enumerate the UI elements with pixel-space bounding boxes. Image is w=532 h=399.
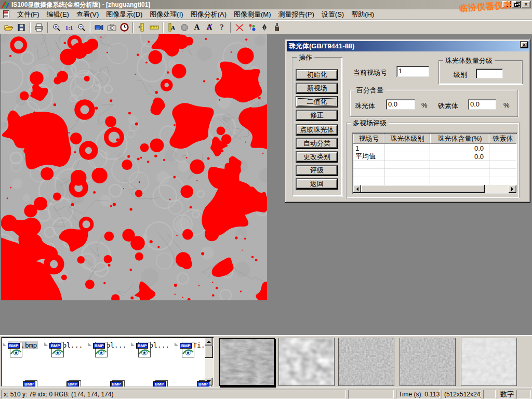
menu-image-process[interactable]: 图像处理(I) [146,9,187,20]
dialog-close-button[interactable]: × [520,41,528,48]
mode-panel: 数字 [498,390,514,398]
mark-points-button[interactable] [246,21,258,34]
table-row[interactable]: 平均值 0.0 [353,152,516,161]
scroll-right-button[interactable] [509,185,516,193]
actual-size-button[interactable]: 1:1 [63,21,75,34]
correct-button[interactable]: 修正 [296,110,338,121]
document-system-icon[interactable] [2,10,10,19]
thumbnail-4[interactable] [400,338,456,386]
multi-field-group-label: 多视场评级 [351,118,389,128]
change-class-button[interactable]: 更改类别 [296,151,338,163]
close-icon: × [523,42,526,48]
caliper-button[interactable] [136,21,148,34]
curve-tool-button[interactable] [233,21,246,34]
save-icon [17,23,25,32]
toolbar-separator [163,22,164,33]
status-panel-empty [483,390,496,398]
table-row-empty [353,169,516,177]
thumbnail-2[interactable] [278,338,335,386]
menu-image-measure[interactable]: 图像测量(M) [230,9,275,20]
toolbar-separator [47,22,48,33]
menu-edit[interactable]: 编辑(E) [43,9,73,20]
menu-settings[interactable]: 设置(S) [318,9,348,20]
brush-tool-button[interactable] [271,21,283,34]
menu-report[interactable]: 测量报告(P) [274,9,317,20]
edit-annotation-button[interactable]: A [203,21,216,34]
thumbnail-3[interactable] [338,338,394,386]
close-button[interactable]: × [522,1,530,8]
ruler-button[interactable] [148,21,161,34]
timer-button[interactable] [118,21,130,34]
binarize-button[interactable]: 二值化 [296,96,338,108]
menu-help[interactable]: 帮助(H) [348,9,378,20]
new-field-button[interactable]: 新视场 [296,83,338,94]
print-icon [34,23,44,32]
dialog-title-bar[interactable]: 珠光体(GB/T9441-88) [287,41,529,51]
file-list-scrollbar[interactable] [205,338,213,385]
table-row-empty [353,161,516,169]
file-item[interactable]: BMP Doubl... [47,340,86,349]
zoom-out-button[interactable] [75,21,88,34]
scrollbar-thumb[interactable] [361,185,485,193]
scroll-left-button[interactable] [353,185,361,193]
table-row[interactable]: 1 0.0 [353,144,516,152]
save-button[interactable] [15,21,28,34]
cell-grade [384,152,430,161]
status-bar: x: 510 y: 79 idx: 0 RGB: (174, 174, 174)… [0,388,532,399]
menu-view[interactable]: 查看(V) [73,9,102,20]
col-pearlite-grade: 珠光体级别 [384,134,430,144]
cell-pct: 0.0 [430,144,489,152]
measure-text-button[interactable]: A [166,21,178,34]
menu-file[interactable]: 文件(F) [14,9,43,20]
auto-classify-button[interactable]: 自动分类 [296,138,338,149]
cursor-position-panel: x: 510 y: 79 idx: 0 RGB: (174, 174, 174) [1,390,346,398]
image-size-text: (512x512x24) [444,391,481,398]
file-item[interactable]: BMP DKF.bmp [3,340,43,349]
cell-grade [384,144,430,152]
pick-pearlite-button[interactable]: 点取珠光体 [296,124,338,136]
thumbnail-5[interactable] [461,338,517,386]
init-button[interactable]: 初始化 [296,69,338,81]
current-field-input[interactable]: 1 [396,66,429,77]
menu-image-display[interactable]: 图像显示(D) [102,9,146,20]
open-button[interactable] [3,21,15,34]
application-window: IS100显微摄像系统(金相分析版) - [zhuguangti01] × 文件… [0,0,532,399]
help-button[interactable]: ? [216,21,228,34]
scrollbar-thumb[interactable] [205,345,213,358]
video-camera-button[interactable] [93,21,105,34]
toolbar-separator [30,22,31,33]
pen-tool-button[interactable] [258,21,271,34]
thumbnail-1[interactable] [219,338,275,386]
colored-points-icon [248,23,257,32]
ferrite-percent-input[interactable]: 0.0 [468,99,496,110]
print-button[interactable] [33,21,45,34]
capture-button[interactable] [105,21,118,34]
cell-field-no: 1 [353,144,384,152]
time-panel: Time (s): 0.113 [396,390,440,398]
metallograph-image[interactable] [1,34,267,300]
file-item[interactable]: BMP Doubl... [90,340,130,349]
grade-group-label: 珠光体数量分级 [443,56,495,65]
return-button[interactable]: 返回 [296,178,338,190]
merge-button[interactable] [178,21,191,34]
close-icon: × [525,2,528,7]
scroll-up-button[interactable] [205,338,212,345]
pencil-icon [205,22,214,31]
current-field-label: 当前视场号 [353,68,387,77]
restore-icon [514,3,518,7]
bmp-badge: BMP [180,343,192,349]
zoom-in-button[interactable] [50,21,63,34]
camera-icon [107,23,116,31]
rate-button[interactable]: 评级 [296,165,338,176]
pearlite-percent-input[interactable]: 0.0 [386,99,415,110]
menu-image-analysis[interactable]: 图像分析(A) [187,9,230,20]
text-button[interactable]: A [191,21,203,34]
cell-pct: 0.0 [430,152,489,161]
table-horizontal-scrollbar[interactable] [353,185,516,193]
file-item[interactable]: BMP Doubl... [134,340,173,349]
curve-x-icon [235,23,244,32]
restore-button[interactable] [512,1,521,8]
grade-input[interactable] [476,69,503,78]
video-camera-icon [95,24,104,31]
status-panel-empty [348,390,394,398]
